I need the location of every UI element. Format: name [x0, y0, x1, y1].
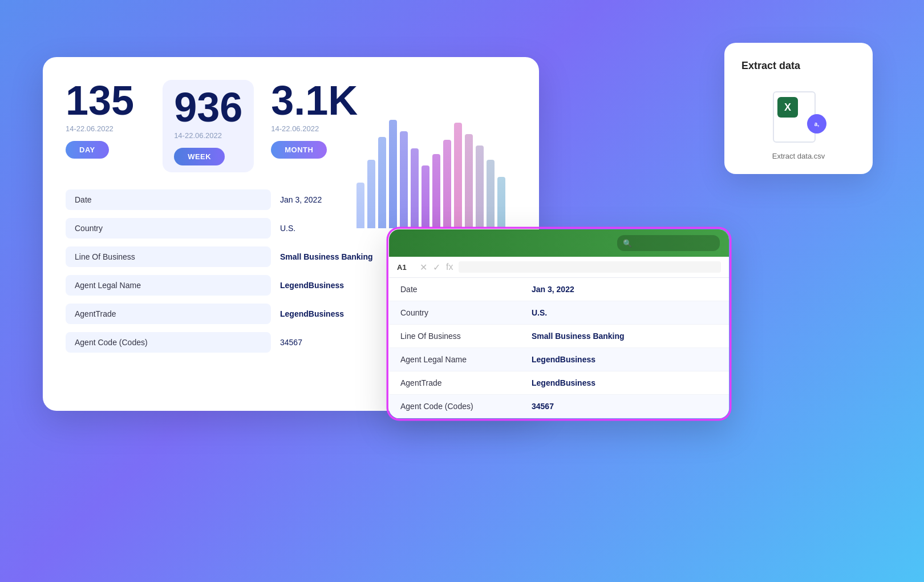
spreadsheet-row[interactable]: Line Of BusinessSmall Business Banking — [389, 325, 729, 348]
ss-label: Date — [400, 285, 532, 294]
bar-chart — [356, 114, 516, 234]
ss-value: Jan 3, 2022 — [532, 285, 574, 294]
extract-filename: Extract data.csv — [741, 152, 856, 160]
spreadsheet-row[interactable]: Agent Code (Codes)34567 — [389, 395, 729, 418]
chart-bar — [389, 120, 397, 228]
stats-row: 135 14-22.06.2022 DAY 936 14-22.06.2022 … — [66, 80, 516, 172]
spreadsheet-row[interactable]: CountryU.S. — [389, 301, 729, 325]
ss-label: AgentTrade — [400, 378, 532, 387]
extract-card: Extract data X a, Extract data.csv — [724, 43, 873, 174]
chart-bar — [476, 146, 484, 228]
search-bar[interactable]: 🔍 — [617, 235, 720, 251]
chart-bar — [400, 131, 408, 228]
month-number: 3.1K — [271, 80, 358, 121]
chart-bar — [356, 183, 364, 228]
ss-label: Line Of Business — [400, 332, 532, 341]
day-button[interactable]: DAY — [66, 141, 109, 159]
data-value: LegendBusiness — [271, 275, 353, 296]
data-label: Date — [66, 189, 271, 210]
spreadsheet-row[interactable]: AgentTradeLegendBusiness — [389, 371, 729, 395]
data-value: Small Business Banking — [271, 246, 382, 267]
data-value: 34567 — [271, 332, 311, 353]
ss-label: Agent Legal Name — [400, 355, 532, 364]
fx-icon: fx — [446, 262, 453, 272]
file-icon: X a, — [773, 86, 824, 143]
spreadsheet-data: DateJan 3, 2022CountryU.S.Line Of Busine… — [389, 278, 729, 418]
week-number: 936 — [174, 87, 242, 128]
week-date: 14-22.06.2022 — [174, 131, 222, 140]
stat-month: 3.1K 14-22.06.2022 MONTH — [271, 80, 358, 159]
spreadsheet-card: 🔍 A1 ✕ ✓ fx DateJan 3, 2022CountryU.S.Li… — [388, 228, 730, 419]
week-button[interactable]: WEEK — [174, 148, 225, 165]
data-value: U.S. — [271, 218, 305, 239]
stat-week: 936 14-22.06.2022 WEEK — [163, 80, 254, 172]
data-value: Jan 3, 2022 — [271, 189, 331, 210]
ss-value: 34567 — [532, 402, 554, 411]
data-label: Agent Legal Name — [66, 275, 271, 296]
ss-value: Small Business Banking — [532, 332, 625, 341]
csv-badge: a, — [807, 114, 826, 134]
ss-value: LegendBusiness — [532, 378, 595, 387]
chart-bar — [432, 154, 440, 228]
ss-label: Agent Code (Codes) — [400, 402, 532, 411]
data-label: Agent Code (Codes) — [66, 332, 271, 353]
spreadsheet-header: 🔍 — [389, 229, 729, 257]
data-label: Country — [66, 218, 271, 239]
excel-badge: X — [777, 97, 798, 118]
spreadsheet-row[interactable]: DateJan 3, 2022 — [389, 278, 729, 301]
formula-input[interactable] — [459, 261, 721, 273]
extract-title: Extract data — [741, 60, 800, 72]
chart-bar — [367, 160, 375, 228]
close-icon[interactable]: ✕ — [420, 262, 427, 273]
chart-bar — [454, 123, 462, 228]
ss-value: U.S. — [532, 308, 547, 317]
stat-day: 135 14-22.06.2022 DAY — [66, 80, 134, 159]
chart-bar — [411, 148, 419, 228]
ss-value: LegendBusiness — [532, 355, 595, 364]
formula-bar: A1 ✕ ✓ fx — [389, 257, 729, 278]
chart-bar — [378, 137, 386, 228]
check-icon[interactable]: ✓ — [433, 262, 440, 273]
cell-ref: A1 — [397, 263, 414, 272]
data-label: AgentTrade — [66, 304, 271, 324]
chart-bar — [465, 134, 473, 228]
data-value: LegendBusiness — [271, 304, 353, 324]
data-label: Line Of Business — [66, 246, 271, 267]
month-button[interactable]: MONTH — [271, 141, 327, 159]
file-icon-wrapper: X a, — [741, 86, 856, 143]
chart-bar — [443, 140, 451, 228]
search-icon: 🔍 — [623, 239, 632, 248]
spreadsheet-row[interactable]: Agent Legal NameLegendBusiness — [389, 348, 729, 371]
chart-bar — [487, 160, 495, 228]
month-date: 14-22.06.2022 — [271, 124, 319, 133]
day-number: 135 — [66, 80, 134, 121]
chart-bar — [497, 177, 505, 228]
ss-label: Country — [400, 308, 532, 317]
day-date: 14-22.06.2022 — [66, 124, 114, 133]
chart-bar — [422, 165, 429, 228]
